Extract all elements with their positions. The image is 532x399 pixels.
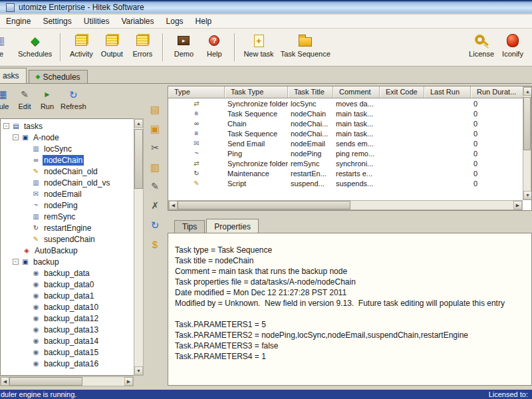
table-row-remsync[interactable]: ⇄Synchronize foldersremSyncsynchroni...0: [168, 158, 531, 168]
tree-item-backup-data0[interactable]: ◉backup_data0: [1, 279, 133, 290]
toolbar-button-task-sequence[interactable]: Task Sequence: [277, 31, 334, 59]
scroll-track[interactable]: [9, 377, 124, 386]
detail-tab-tips[interactable]: Tips: [174, 220, 205, 233]
strip-button-copy[interactable]: ▣: [147, 120, 163, 136]
table-horizontal-scrollbar[interactable]: ◀▶: [168, 200, 523, 210]
tree-item-backup-data16[interactable]: ◉backup_data16: [1, 358, 133, 369]
toolbar-button-errors[interactable]: Errors: [127, 31, 158, 59]
strip-button-cut[interactable]: ✂: [147, 140, 163, 156]
tree-item-backup-data13[interactable]: ◉backup_data13: [1, 324, 133, 335]
column-header-comment[interactable]: Comment: [333, 86, 380, 98]
tree-item-backup-data12[interactable]: ◉backup_data12: [1, 313, 133, 324]
status-message: duler engine is running.: [1, 390, 76, 398]
menu-help[interactable]: Help: [190, 15, 218, 27]
tree-item-backup-data15[interactable]: ◉backup_data15: [1, 346, 133, 358]
strip-button-dollar[interactable]: $: [147, 236, 163, 252]
tree-item-restartengine[interactable]: ↻restartEngine: [1, 222, 133, 233]
tree-item-backup-data10[interactable]: ◉backup_data10: [1, 301, 133, 313]
strip-button-delete[interactable]: ✗: [147, 198, 163, 213]
tree-item-locsync[interactable]: ▥locSync: [1, 143, 133, 154]
table-row-nodechain[interactable]: ≡Task SequencenodeChainmain task...0: [168, 108, 531, 118]
table-row-nodechai[interactable]: ≡Task SequencenodeChai...main task...0: [168, 128, 531, 138]
scroll-track[interactable]: [523, 96, 531, 191]
tree-item-backup[interactable]: -▣backup: [1, 256, 133, 267]
tab-schedules[interactable]: ◆Schedules: [29, 70, 88, 83]
panel-button-run[interactable]: ►Run: [36, 87, 59, 110]
folder-icon: ▤: [150, 104, 160, 114]
toolbar-button-ne[interactable]: ▦ne: [0, 31, 15, 59]
tree-item-nodeping[interactable]: ~nodePing: [1, 200, 133, 211]
table-row-nodeemail[interactable]: ✉Send EmailnodeEmailsends em...0: [168, 138, 531, 148]
column-header-last-run[interactable]: Last Run: [424, 86, 471, 98]
scroll-track[interactable]: [178, 201, 513, 209]
toolbar-button-iconify[interactable]: Iconify: [497, 31, 528, 59]
strip-button-refresh[interactable]: ↻: [147, 217, 163, 233]
tree-item-remsync[interactable]: ▥remSync: [1, 211, 133, 222]
scroll-thumb[interactable]: [134, 129, 143, 189]
scroll-right-icon[interactable]: ▶: [513, 201, 522, 209]
properties-text-area[interactable]: Task type = Task SequenceTask title = no…: [168, 233, 532, 386]
table-row-suspend[interactable]: ✎Scriptsuspend...suspends...0: [168, 178, 531, 188]
column-header-task-type[interactable]: Task Type: [225, 86, 288, 98]
cell-comment: main task...: [333, 120, 380, 128]
column-header-type[interactable]: Type: [168, 86, 225, 98]
toolbar-button-output[interactable]: Output: [96, 31, 127, 59]
column-header-exit-code[interactable]: Exit Code: [380, 86, 424, 98]
scroll-thumb[interactable]: [178, 201, 350, 209]
menu-settings[interactable]: Settings: [37, 15, 77, 27]
panel-button-refresh[interactable]: ↻Refresh: [59, 87, 88, 110]
tree-item-autobackup[interactable]: ◈AutoBackup: [1, 245, 133, 256]
tree-expand-handle[interactable]: -: [13, 134, 19, 140]
tree-expand-handle[interactable]: -: [13, 259, 19, 265]
table-row-locsync[interactable]: ⇄Synchronize folderslocSyncmoves da...0: [168, 98, 531, 108]
column-header-task-title[interactable]: Task Title: [288, 86, 333, 98]
tree-item-suspendchain[interactable]: ✎suspendChain: [1, 233, 133, 245]
toolbar-button-help[interactable]: ?Help: [199, 31, 229, 59]
tree-vertical-scrollbar[interactable]: ▲▼: [134, 118, 144, 376]
tree-item-backup-data14[interactable]: ◉backup_data14: [1, 335, 133, 346]
scroll-down-icon[interactable]: ▼: [134, 366, 143, 375]
scroll-left-icon[interactable]: ◀: [1, 377, 9, 386]
tree-item-nodechain-old[interactable]: ✎nodeChain_old: [1, 166, 133, 177]
toolbar-button-new-task[interactable]: +New task: [240, 31, 277, 59]
scroll-track[interactable]: [134, 128, 143, 366]
strip-button-paste[interactable]: ▥: [147, 159, 163, 175]
tree-horizontal-scrollbar[interactable]: ◀▶: [0, 376, 134, 386]
scroll-right-icon[interactable]: ▶: [124, 377, 133, 386]
tree-expand-handle[interactable]: -: [3, 123, 9, 129]
table-row-nodechai[interactable]: ∞ChainnodeChai...main task...0: [168, 118, 531, 128]
strip-button-edit[interactable]: ✎: [147, 178, 163, 194]
tree-item-nodeemail[interactable]: ✉nodeEmail: [1, 188, 133, 200]
scroll-up-icon[interactable]: ▲: [523, 87, 532, 96]
menu-variables[interactable]: Variables: [115, 15, 160, 27]
scroll-left-icon[interactable]: ◀: [169, 201, 178, 209]
column-header-run-durat[interactable]: Run Durat...: [471, 86, 527, 98]
toolbar-button-license[interactable]: License: [466, 31, 497, 59]
ping-icon: ~: [31, 202, 41, 209]
strip-button-folder[interactable]: ▤: [147, 101, 163, 117]
menu-utilities[interactable]: Utilities: [78, 15, 116, 27]
titlebar[interactable]: utomize Enterprise - Hitek Software: [0, 0, 532, 13]
tab-asks[interactable]: ◆asks: [0, 68, 27, 83]
toolbar-button-schedules[interactable]: ◆Schedules: [15, 31, 55, 59]
toolbar-button-demo[interactable]: ▸Demo: [168, 31, 199, 59]
panel-button-edit[interactable]: ✎Edit: [13, 87, 36, 110]
detail-tab-properties[interactable]: Properties: [206, 219, 259, 233]
scroll-down-icon[interactable]: ▼: [523, 191, 532, 200]
toolbar-button-activity[interactable]: Activity: [66, 31, 96, 59]
scroll-up-icon[interactable]: ▲: [134, 119, 143, 128]
tree-item-nodechain[interactable]: ∞nodeChain: [1, 154, 133, 166]
table-row-nodeping[interactable]: ~PingnodePingping remo...0: [168, 148, 531, 158]
panel-button-dule[interactable]: ▦dule: [0, 87, 13, 110]
tree-item-tasks[interactable]: -▤tasks: [1, 120, 133, 132]
menu-logs[interactable]: Logs: [160, 15, 190, 27]
scroll-thumb[interactable]: [523, 97, 531, 150]
tree-item-backup-data1[interactable]: ◉backup_data1: [1, 290, 133, 301]
scroll-thumb[interactable]: [9, 377, 82, 386]
tree-item-a-node[interactable]: -▣A-node: [1, 132, 133, 143]
tree-item-backup-data[interactable]: ◉backup_data: [1, 267, 133, 279]
menu-engine[interactable]: Engine: [0, 15, 37, 27]
table-row-restarten[interactable]: ↻MaintenancerestartEn...restarts e...0: [168, 168, 531, 178]
tree-item-nodechain-old-vs[interactable]: ▥nodeChain_old_vs: [1, 177, 133, 188]
table-vertical-scrollbar[interactable]: ▲▼: [523, 86, 531, 200]
